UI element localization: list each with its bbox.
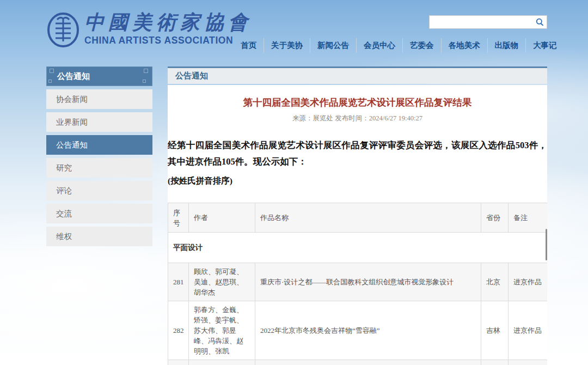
cell-note: 进京作品 bbox=[509, 301, 548, 360]
search-button[interactable] bbox=[532, 16, 547, 28]
sidebar-item-rights[interactable]: 维权 bbox=[46, 227, 152, 246]
cell-authors: 郭春方、金巍、矫强、姜宇帆、苏大伟、郭昱峰、冯犇湲、赵明明、张凯 bbox=[189, 301, 255, 360]
sidebar-item-announcements[interactable]: 公告通知 bbox=[46, 135, 152, 155]
cell-province: 吉林 bbox=[481, 360, 509, 365]
sidebar-item-exchange[interactable]: 交流 bbox=[46, 204, 152, 223]
nav-item-events[interactable]: 大事记 bbox=[526, 38, 557, 53]
article-meta: 来源：展览处 发布时间：2024/6/27 19:40:27 bbox=[168, 114, 547, 123]
search-input[interactable] bbox=[430, 16, 532, 28]
site-logo[interactable]: 中國美術家協會 CHINA ARTISTS ASSOCIATION bbox=[46, 11, 252, 48]
cell-province: 吉林 bbox=[481, 301, 509, 360]
sidebar-item-industry-news[interactable]: 业界新闻 bbox=[46, 112, 152, 132]
cell-province: 北京 bbox=[481, 263, 509, 301]
sidebar: 公告通知 协会新闻 业界新闻 公告通知 研究 评论 交流 维权 bbox=[46, 66, 152, 246]
sidebar-item-association-news[interactable]: 协会新闻 bbox=[46, 89, 152, 109]
page-title: 第十四届全国美术作品展览艺术设计展区作品复评结果 bbox=[168, 96, 547, 109]
breadcrumb-label: 公告通知 bbox=[175, 71, 208, 80]
sidebar-header: 公告通知 bbox=[46, 66, 152, 86]
nav-item-home[interactable]: 首页 bbox=[235, 38, 264, 53]
cell-work: 重庆市·设计之都——联合国教科文组织创意城市视觉形象设计 bbox=[255, 263, 481, 301]
col-header-province: 省份 bbox=[481, 203, 509, 233]
table-section-row: 平面设计 bbox=[168, 233, 548, 263]
table-row: 281 顾欣、郭可凝、吴迪、赵思琪、胡华杰 重庆市·设计之都——联合国教科文组织… bbox=[168, 263, 548, 301]
cell-work: 吉林当代艺术馆——视觉识别系统设计 bbox=[255, 360, 481, 365]
search-icon bbox=[536, 18, 544, 26]
col-header-note: 备注 bbox=[509, 203, 548, 233]
logo-title-zh: 中國美術家協會 bbox=[84, 11, 252, 34]
table-header-row: 序号 作者 作品名称 省份 备注 bbox=[168, 203, 548, 233]
logo-text: 中國美術家協會 CHINA ARTISTS ASSOCIATION bbox=[84, 11, 252, 46]
article-panel: 第十四届全国美术作品展览艺术设计展区作品复评结果 来源：展览处 发布时间：202… bbox=[168, 85, 547, 365]
sidebar-item-review[interactable]: 评论 bbox=[46, 181, 152, 200]
col-header-work: 作品名称 bbox=[255, 203, 481, 233]
breadcrumb: 公告通知 bbox=[168, 66, 547, 84]
nav-item-about[interactable]: 关于美协 bbox=[264, 38, 310, 53]
main-nav: 首页 关于美协 新闻公告 会员中心 艺委会 各地美术 出版物 大事记 bbox=[235, 38, 550, 53]
article-paragraph: 经第十四届全国美术作品展览艺术设计展区作品复评评审委员会评选，该展区入选作品50… bbox=[168, 137, 547, 170]
fret-ornament-left bbox=[48, 69, 56, 84]
results-table: 序号 作者 作品名称 省份 备注 平面设计 281 顾欣、郭可凝、吴迪、赵思琪、… bbox=[168, 203, 547, 365]
cell-no: 282 bbox=[168, 301, 189, 360]
section-label: 平面设计 bbox=[168, 233, 548, 263]
sidebar-item-research[interactable]: 研究 bbox=[46, 158, 152, 178]
nav-item-news[interactable]: 新闻公告 bbox=[310, 38, 357, 53]
nav-item-publication[interactable]: 出版物 bbox=[488, 38, 526, 53]
cell-authors: 顾欣、郭可凝、吴迪、赵思琪、胡华杰 bbox=[189, 263, 255, 301]
table-scrollbar[interactable] bbox=[546, 229, 547, 260]
cell-work: 2022年北京市冬残奥会吉祥物“雪容融” bbox=[255, 301, 481, 360]
cell-authors: 郭书、沈本强 bbox=[189, 360, 255, 365]
sort-note: (按姓氏拼音排序) bbox=[168, 175, 547, 187]
nav-item-regional[interactable]: 各地美术 bbox=[442, 38, 488, 53]
fret-ornament-right bbox=[143, 69, 150, 84]
cell-no: 281 bbox=[168, 263, 189, 301]
site-search bbox=[429, 15, 547, 29]
cell-no: 283 bbox=[168, 360, 189, 365]
cell-note: 进京作品 bbox=[509, 263, 548, 301]
nav-item-committee[interactable]: 艺委会 bbox=[403, 38, 442, 53]
page: 中國美術家協會 CHINA ARTISTS ASSOCIATION 首页 关于美… bbox=[0, 0, 588, 365]
logo-title-en: CHINA ARTISTS ASSOCIATION bbox=[84, 35, 252, 46]
association-seal-icon bbox=[46, 12, 80, 48]
col-header-authors: 作者 bbox=[189, 203, 255, 233]
table-row: 283 郭书、沈本强 吉林当代艺术馆——视觉识别系统设计 吉林 bbox=[168, 360, 548, 365]
col-header-no: 序号 bbox=[168, 203, 189, 233]
cell-note bbox=[509, 360, 548, 365]
sidebar-header-label: 公告通知 bbox=[57, 71, 90, 81]
table-row: 282 郭春方、金巍、矫强、姜宇帆、苏大伟、郭昱峰、冯犇湲、赵明明、张凯 202… bbox=[168, 301, 548, 360]
nav-item-members[interactable]: 会员中心 bbox=[357, 38, 403, 53]
